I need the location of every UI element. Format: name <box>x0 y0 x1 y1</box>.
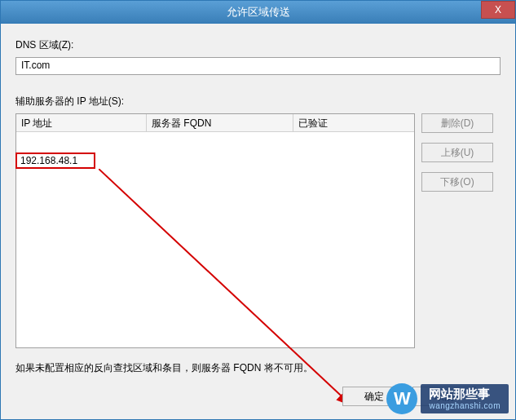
move-up-button[interactable]: 上移(U) <box>421 143 493 162</box>
cell-fqdn <box>147 132 293 148</box>
col-header-ip[interactable]: IP 地址 <box>16 114 147 131</box>
col-header-fqdn[interactable]: 服务器 FQDN <box>147 114 293 131</box>
col-header-verified[interactable]: 已验证 <box>293 114 414 131</box>
ip-table[interactable]: IP 地址 服务器 FQDN 已验证 <box>15 113 415 348</box>
dialog-window: 允许区域传送 X DNS 区域(Z): IT.com 辅助服务器的 IP 地址(… <box>0 0 516 420</box>
dialog-content: DNS 区域(Z): IT.com 辅助服务器的 IP 地址(S): IP 地址… <box>1 24 515 419</box>
dns-zone-label: DNS 区域(Z): <box>15 38 501 52</box>
watermark-url: wangzhanshi.com <box>429 401 501 410</box>
close-icon: X <box>495 4 501 15</box>
table-header: IP 地址 服务器 FQDN 已验证 <box>16 114 414 132</box>
dns-zone-value: IT.com <box>21 60 50 71</box>
note-text: 如果未配置相应的反向查找区域和条目，则服务器 FQDN 将不可用。 <box>15 361 501 375</box>
delete-button[interactable]: 删除(D) <box>421 113 493 133</box>
dns-zone-input[interactable]: IT.com <box>15 57 501 75</box>
close-button[interactable]: X <box>481 1 515 19</box>
ip-list-label: 辅助服务器的 IP 地址(S): <box>15 95 501 108</box>
watermark-logo: W <box>386 383 417 414</box>
cell-verified <box>293 132 414 148</box>
table-row[interactable] <box>16 132 414 148</box>
titlebar: 允许区域传送 X <box>1 1 515 24</box>
side-button-group: 删除(D) 上移(U) 下移(O) <box>421 113 493 192</box>
watermark-text: 网站那些事 wangzhanshi.com <box>421 384 509 413</box>
cell-ip <box>16 132 147 148</box>
watermark: W 网站那些事 wangzhanshi.com <box>386 383 509 414</box>
ip-entry-highlighted[interactable]: 192.168.48.1 <box>15 153 95 169</box>
watermark-title: 网站那些事 <box>429 387 501 401</box>
window-title: 允许区域传送 <box>227 5 290 20</box>
move-down-button[interactable]: 下移(O) <box>421 172 493 192</box>
